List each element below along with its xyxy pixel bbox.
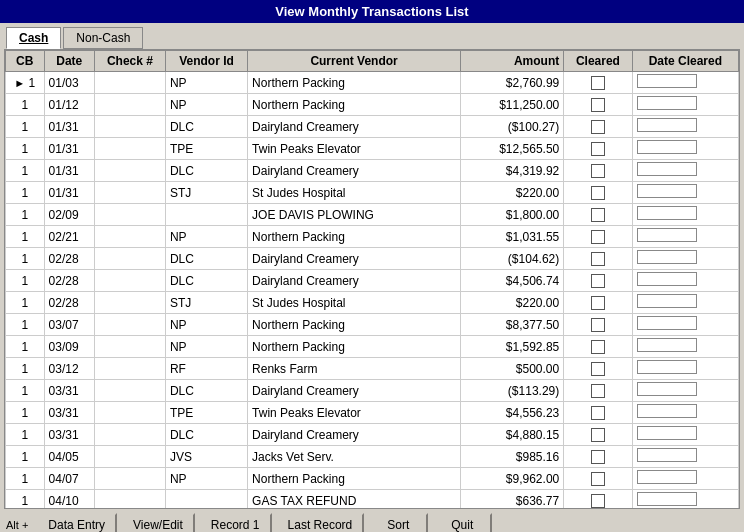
cell-date-cleared[interactable]: [632, 182, 738, 204]
cleared-checkbox[interactable]: [591, 318, 605, 332]
cell-cleared[interactable]: [564, 248, 632, 270]
table-row[interactable]: 104/05JVSJacks Vet Serv.$985.16: [6, 446, 739, 468]
cell-date-cleared[interactable]: [632, 358, 738, 380]
cell-date-cleared[interactable]: [632, 380, 738, 402]
cleared-checkbox[interactable]: [591, 340, 605, 354]
date-cleared-input[interactable]: [637, 272, 697, 286]
cell-cleared[interactable]: [564, 380, 632, 402]
cell-date-cleared[interactable]: [632, 94, 738, 116]
cleared-checkbox[interactable]: [591, 230, 605, 244]
date-cleared-input[interactable]: [637, 382, 697, 396]
table-row[interactable]: 101/31STJSt Judes Hospital$220.00: [6, 182, 739, 204]
cleared-checkbox[interactable]: [591, 76, 605, 90]
table-row[interactable]: 102/28DLCDairyland Creamery$4,506.74: [6, 270, 739, 292]
table-row[interactable]: 101/31TPETwin Peaks Elevator$12,565.50: [6, 138, 739, 160]
cell-date-cleared[interactable]: [632, 314, 738, 336]
tab-cash[interactable]: Cash: [6, 27, 61, 49]
cleared-checkbox[interactable]: [591, 164, 605, 178]
cleared-checkbox[interactable]: [591, 274, 605, 288]
cell-date-cleared[interactable]: [632, 468, 738, 490]
date-cleared-input[interactable]: [637, 74, 697, 88]
date-cleared-input[interactable]: [637, 184, 697, 198]
cell-cleared[interactable]: [564, 116, 632, 138]
cleared-checkbox[interactable]: [591, 450, 605, 464]
cell-date-cleared[interactable]: [632, 72, 738, 94]
view-edit-button[interactable]: View/Edit: [121, 513, 195, 532]
cell-cleared[interactable]: [564, 358, 632, 380]
date-cleared-input[interactable]: [637, 360, 697, 374]
date-cleared-input[interactable]: [637, 338, 697, 352]
cleared-checkbox[interactable]: [591, 186, 605, 200]
date-cleared-input[interactable]: [637, 250, 697, 264]
cleared-checkbox[interactable]: [591, 252, 605, 266]
date-cleared-input[interactable]: [637, 448, 697, 462]
date-cleared-input[interactable]: [637, 228, 697, 242]
table-row[interactable]: 103/31DLCDairyland Creamery($113.29): [6, 380, 739, 402]
cell-date-cleared[interactable]: [632, 160, 738, 182]
cell-date-cleared[interactable]: [632, 138, 738, 160]
cell-cleared[interactable]: [564, 204, 632, 226]
table-row[interactable]: ► 101/03NPNorthern Packing$2,760.99: [6, 72, 739, 94]
cleared-checkbox[interactable]: [591, 296, 605, 310]
cleared-checkbox[interactable]: [591, 472, 605, 486]
cell-cleared[interactable]: [564, 490, 632, 509]
table-row[interactable]: 103/09NPNorthern Packing$1,592.85: [6, 336, 739, 358]
cleared-checkbox[interactable]: [591, 98, 605, 112]
table-row[interactable]: 101/31DLCDairyland Creamery($100.27): [6, 116, 739, 138]
cell-cleared[interactable]: [564, 424, 632, 446]
cleared-checkbox[interactable]: [591, 362, 605, 376]
table-row[interactable]: 102/28STJSt Judes Hospital$220.00: [6, 292, 739, 314]
cleared-checkbox[interactable]: [591, 494, 605, 508]
cell-date-cleared[interactable]: [632, 292, 738, 314]
cell-date-cleared[interactable]: [632, 336, 738, 358]
table-row[interactable]: 104/10GAS TAX REFUND$636.77: [6, 490, 739, 509]
table-row[interactable]: 102/28DLCDairyland Creamery($104.62): [6, 248, 739, 270]
cleared-checkbox[interactable]: [591, 428, 605, 442]
quit-button[interactable]: Quit: [432, 513, 492, 532]
last-record-button[interactable]: Last Record: [276, 513, 365, 532]
table-row[interactable]: 102/09JOE DAVIS PLOWING$1,800.00: [6, 204, 739, 226]
cleared-checkbox[interactable]: [591, 208, 605, 222]
cleared-checkbox[interactable]: [591, 406, 605, 420]
cell-cleared[interactable]: [564, 182, 632, 204]
table-row[interactable]: 103/07NPNorthern Packing$8,377.50: [6, 314, 739, 336]
date-cleared-input[interactable]: [637, 470, 697, 484]
table-row[interactable]: 102/21NPNorthern Packing$1,031.55: [6, 226, 739, 248]
date-cleared-input[interactable]: [637, 206, 697, 220]
cell-cleared[interactable]: [564, 160, 632, 182]
cell-date-cleared[interactable]: [632, 248, 738, 270]
date-cleared-input[interactable]: [637, 316, 697, 330]
cell-date-cleared[interactable]: [632, 226, 738, 248]
date-cleared-input[interactable]: [637, 426, 697, 440]
cell-cleared[interactable]: [564, 226, 632, 248]
cell-date-cleared[interactable]: [632, 116, 738, 138]
record-1-button[interactable]: Record 1: [199, 513, 272, 532]
sort-button[interactable]: Sort: [368, 513, 428, 532]
cell-date-cleared[interactable]: [632, 402, 738, 424]
date-cleared-input[interactable]: [637, 118, 697, 132]
cell-cleared[interactable]: [564, 270, 632, 292]
cell-cleared[interactable]: [564, 446, 632, 468]
cell-cleared[interactable]: [564, 336, 632, 358]
cell-cleared[interactable]: [564, 138, 632, 160]
cleared-checkbox[interactable]: [591, 120, 605, 134]
cell-cleared[interactable]: [564, 468, 632, 490]
tab-non-cash[interactable]: Non-Cash: [63, 27, 143, 49]
cell-cleared[interactable]: [564, 402, 632, 424]
table-container[interactable]: CB Date Check # Vendor Id Current Vendor…: [5, 50, 739, 508]
cell-date-cleared[interactable]: [632, 424, 738, 446]
table-row[interactable]: 103/12RFRenks Farm$500.00: [6, 358, 739, 380]
cleared-checkbox[interactable]: [591, 384, 605, 398]
date-cleared-input[interactable]: [637, 96, 697, 110]
table-row[interactable]: 103/31TPETwin Peaks Elevator$4,556.23: [6, 402, 739, 424]
date-cleared-input[interactable]: [637, 140, 697, 154]
cell-date-cleared[interactable]: [632, 490, 738, 509]
data-entry-button[interactable]: Data Entry: [36, 513, 117, 532]
cell-cleared[interactable]: [564, 292, 632, 314]
date-cleared-input[interactable]: [637, 162, 697, 176]
cell-cleared[interactable]: [564, 94, 632, 116]
cell-date-cleared[interactable]: [632, 270, 738, 292]
date-cleared-input[interactable]: [637, 294, 697, 308]
date-cleared-input[interactable]: [637, 492, 697, 506]
cell-cleared[interactable]: [564, 314, 632, 336]
